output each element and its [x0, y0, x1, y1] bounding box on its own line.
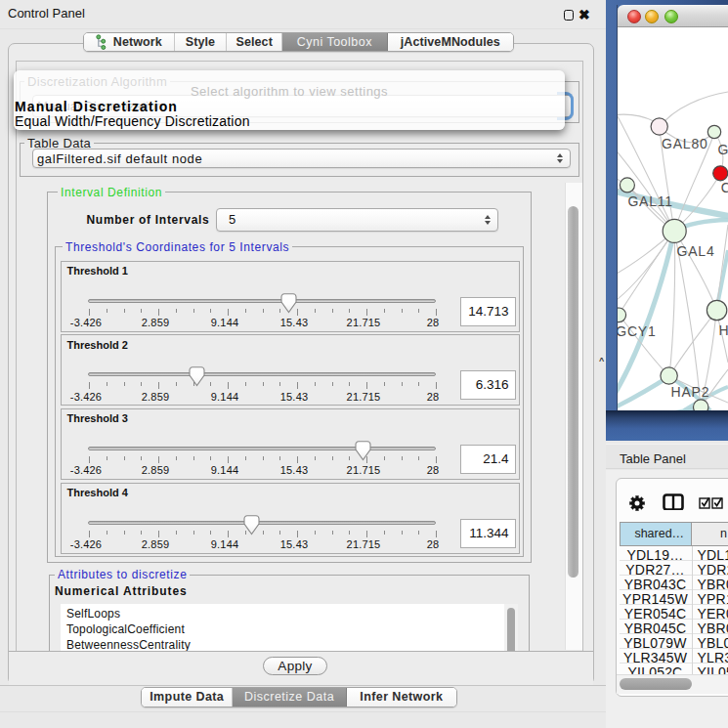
svg-text:GCY1: GCY1 [618, 323, 657, 339]
svg-text:H: H [719, 322, 728, 338]
svg-text:C: C [721, 180, 728, 195]
svg-text:GAL80: GAL80 [662, 136, 708, 151]
svg-text:GA: GA [718, 142, 728, 157]
svg-text:HAP2: HAP2 [671, 384, 710, 400]
svg-text:GAL4: GAL4 [677, 243, 715, 259]
svg-text:GAL11: GAL11 [627, 193, 673, 209]
